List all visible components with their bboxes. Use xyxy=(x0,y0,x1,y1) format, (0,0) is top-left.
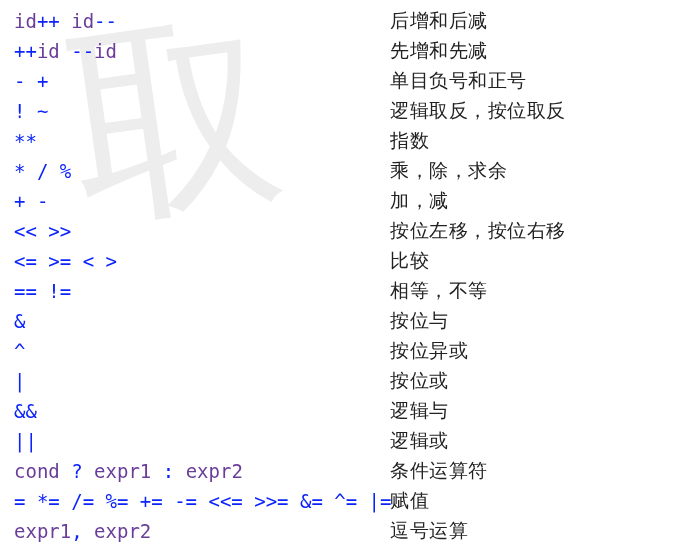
operator-cell: == != xyxy=(14,276,390,306)
table-row: cond ? expr1 : expr2条件运算符 xyxy=(14,456,680,486)
operator-token: ? xyxy=(71,460,94,482)
table-row: |按位或 xyxy=(14,366,680,396)
description-cell: 加，减 xyxy=(390,186,449,216)
table-row: ||逻辑或 xyxy=(14,426,680,456)
description-cell: 条件运算符 xyxy=(390,456,488,486)
operator-token: ++ xyxy=(14,40,37,62)
identifier-token: expr2 xyxy=(186,460,243,482)
operator-cell: && xyxy=(14,396,390,426)
operator-cell: * / % xyxy=(14,156,390,186)
operator-cell: | xyxy=(14,366,390,396)
operator-token: : xyxy=(163,460,186,482)
table-row: &&逻辑与 xyxy=(14,396,680,426)
operator-table: id++ id--后增和后减++id --id先增和先减- +单目负号和正号! … xyxy=(0,0,694,552)
operator-token: ** xyxy=(14,130,37,152)
description-cell: 逻辑取反，按位取反 xyxy=(390,96,566,126)
table-row: expr1, expr2逗号运算 xyxy=(14,516,680,546)
description-cell: 赋值 xyxy=(390,486,429,516)
table-row: ++id --id先增和先减 xyxy=(14,36,680,66)
operator-cell: id++ id-- xyxy=(14,6,390,36)
operator-token: * / % xyxy=(14,160,71,182)
description-cell: 逗号运算 xyxy=(390,516,468,546)
description-cell: 指数 xyxy=(390,126,429,156)
operator-cell: << >> xyxy=(14,216,390,246)
description-cell: 比较 xyxy=(390,246,429,276)
operator-token: ^ xyxy=(14,340,25,362)
operator-token: = *= /= %= += -= <<= >>= &= ^= |= xyxy=(14,490,392,512)
description-cell: 单目负号和正号 xyxy=(390,66,527,96)
description-cell: 先增和先减 xyxy=(390,36,488,66)
operator-cell: ! ~ xyxy=(14,96,390,126)
table-row: = *= /= %= += -= <<= >>= &= ^= |=赋值 xyxy=(14,486,680,516)
operator-cell: ** xyxy=(14,126,390,156)
operator-token: || xyxy=(14,430,37,452)
table-row: ! ~逻辑取反，按位取反 xyxy=(14,96,680,126)
table-row: - +单目负号和正号 xyxy=(14,66,680,96)
operator-token: + - xyxy=(14,190,48,212)
description-cell: 后增和后减 xyxy=(390,6,488,36)
identifier-token: expr1 xyxy=(14,520,71,542)
table-row: * / %乘，除，求余 xyxy=(14,156,680,186)
identifier-token: id xyxy=(94,40,117,62)
table-row: << >>按位左移，按位右移 xyxy=(14,216,680,246)
description-cell: 相等，不等 xyxy=(390,276,488,306)
identifier-token: expr2 xyxy=(94,520,151,542)
operator-token: <= >= < > xyxy=(14,250,117,272)
identifier-token: id xyxy=(14,10,37,32)
table-row: <= >= < >比较 xyxy=(14,246,680,276)
operator-cell: expr1, expr2 xyxy=(14,516,390,546)
operator-cell: <= >= < > xyxy=(14,246,390,276)
identifier-token: id xyxy=(71,10,94,32)
description-cell: 逻辑或 xyxy=(390,426,449,456)
operator-token: == != xyxy=(14,280,71,302)
description-cell: 乘，除，求余 xyxy=(390,156,507,186)
operator-cell: cond ? expr1 : expr2 xyxy=(14,456,390,486)
description-cell: 按位或 xyxy=(390,366,449,396)
identifier-token: cond xyxy=(14,460,71,482)
table-row: + -加，减 xyxy=(14,186,680,216)
operator-token: && xyxy=(14,400,37,422)
operator-cell: = *= /= %= += -= <<= >>= &= ^= |= xyxy=(14,486,390,516)
operator-token: | xyxy=(14,370,25,392)
operator-token: -- xyxy=(94,10,117,32)
description-cell: 逻辑与 xyxy=(390,396,449,426)
identifier-token: expr1 xyxy=(94,460,163,482)
operator-cell: ^ xyxy=(14,336,390,366)
operator-cell: & xyxy=(14,306,390,336)
description-cell: 按位异或 xyxy=(390,336,468,366)
operator-cell: ++id --id xyxy=(14,36,390,66)
operator-cell: - + xyxy=(14,66,390,96)
operator-token: << >> xyxy=(14,220,71,242)
description-cell: 按位与 xyxy=(390,306,449,336)
table-row: id++ id--后增和后减 xyxy=(14,6,680,36)
operator-token: & xyxy=(14,310,25,332)
identifier-token: id xyxy=(37,40,71,62)
operator-token: ++ xyxy=(37,10,71,32)
table-row: == !=相等，不等 xyxy=(14,276,680,306)
operator-cell: || xyxy=(14,426,390,456)
operator-token: - + xyxy=(14,70,48,92)
operator-token: , xyxy=(71,520,94,542)
table-row: **指数 xyxy=(14,126,680,156)
operator-token: ! ~ xyxy=(14,100,48,122)
operator-token: -- xyxy=(71,40,94,62)
operator-cell: + - xyxy=(14,186,390,216)
table-row: ^按位异或 xyxy=(14,336,680,366)
table-row: &按位与 xyxy=(14,306,680,336)
description-cell: 按位左移，按位右移 xyxy=(390,216,566,246)
